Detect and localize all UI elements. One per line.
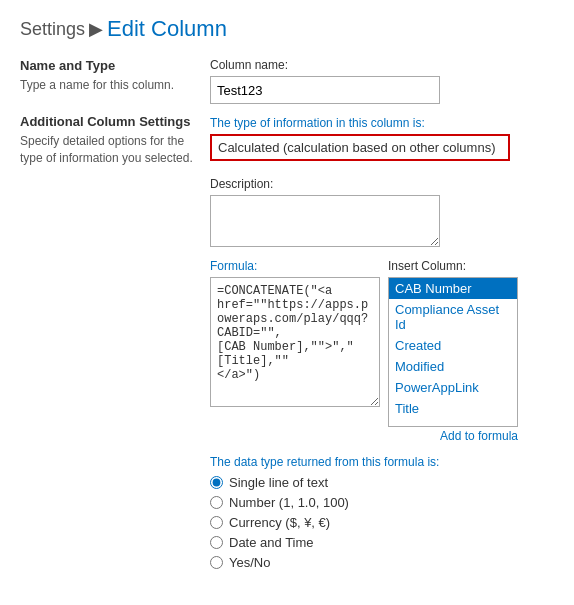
radio-label-single_line: Single line of text — [229, 475, 328, 490]
insert-col-item[interactable]: Modified — [389, 356, 517, 377]
column-name-label: Column name: — [210, 58, 554, 72]
radio-input-number[interactable] — [210, 496, 223, 509]
insert-column-panel: Insert Column: CAB NumberCompliance Asse… — [388, 259, 518, 443]
radio-input-single_line[interactable] — [210, 476, 223, 489]
description-label: Description: — [210, 177, 554, 191]
breadcrumb: Settings ▶ Edit Column — [20, 16, 554, 42]
additional-desc: Specify detailed options for the type of… — [20, 133, 194, 167]
radio-group: Single line of textNumber (1, 1.0, 100)C… — [210, 475, 554, 570]
formula-section: Formula: =CONCATENATE("<a href=""https:/… — [210, 259, 380, 410]
left-panel: Name and Type Type a name for this colum… — [20, 58, 210, 570]
insert-col-item[interactable]: Title — [389, 398, 517, 419]
formula-insert-row: Formula: =CONCATENATE("<a href=""https:/… — [210, 259, 554, 443]
add-to-formula-button[interactable]: Add to formula — [388, 429, 518, 443]
column-name-input[interactable] — [210, 76, 440, 104]
radio-item-number[interactable]: Number (1, 1.0, 100) — [210, 495, 554, 510]
insert-col-item[interactable]: CAB Number — [389, 278, 517, 299]
name-type-title: Name and Type — [20, 58, 194, 73]
insert-col-item[interactable]: Created — [389, 335, 517, 356]
formula-label: Formula: — [210, 259, 380, 273]
breadcrumb-current: Edit Column — [107, 16, 227, 42]
radio-label-number: Number (1, 1.0, 100) — [229, 495, 349, 510]
name-type-desc: Type a name for this column. — [20, 77, 194, 94]
formula-textarea[interactable]: =CONCATENATE("<a href=""https://apps.pow… — [210, 277, 380, 407]
type-info-label: The type of information in this column i… — [210, 116, 554, 130]
column-type-display[interactable]: Calculated (calculation based on other c… — [210, 134, 510, 161]
insert-col-item[interactable]: PowerAppLink — [389, 377, 517, 398]
radio-input-currency[interactable] — [210, 516, 223, 529]
radio-item-datetime[interactable]: Date and Time — [210, 535, 554, 550]
radio-item-yesno[interactable]: Yes/No — [210, 555, 554, 570]
main-layout: Name and Type Type a name for this colum… — [20, 58, 554, 570]
insert-column-label: Insert Column: — [388, 259, 518, 273]
additional-title: Additional Column Settings — [20, 114, 194, 129]
radio-label-currency: Currency ($, ¥, €) — [229, 515, 330, 530]
data-type-section: The data type returned from this formula… — [210, 455, 554, 570]
breadcrumb-arrow-icon: ▶ — [89, 18, 103, 40]
additional-section-left: Additional Column Settings Specify detai… — [20, 114, 194, 167]
description-textarea[interactable] — [210, 195, 440, 247]
radio-item-single_line[interactable]: Single line of text — [210, 475, 554, 490]
right-panel: Column name: The type of information in … — [210, 58, 554, 570]
breadcrumb-settings[interactable]: Settings — [20, 19, 85, 40]
insert-col-item[interactable]: Compliance Asset Id — [389, 299, 517, 335]
radio-input-datetime[interactable] — [210, 536, 223, 549]
radio-input-yesno[interactable] — [210, 556, 223, 569]
radio-label-yesno: Yes/No — [229, 555, 270, 570]
radio-item-currency[interactable]: Currency ($, ¥, €) — [210, 515, 554, 530]
radio-label-datetime: Date and Time — [229, 535, 314, 550]
insert-column-list[interactable]: CAB NumberCompliance Asset IdCreatedModi… — [388, 277, 518, 427]
data-type-label: The data type returned from this formula… — [210, 455, 554, 469]
